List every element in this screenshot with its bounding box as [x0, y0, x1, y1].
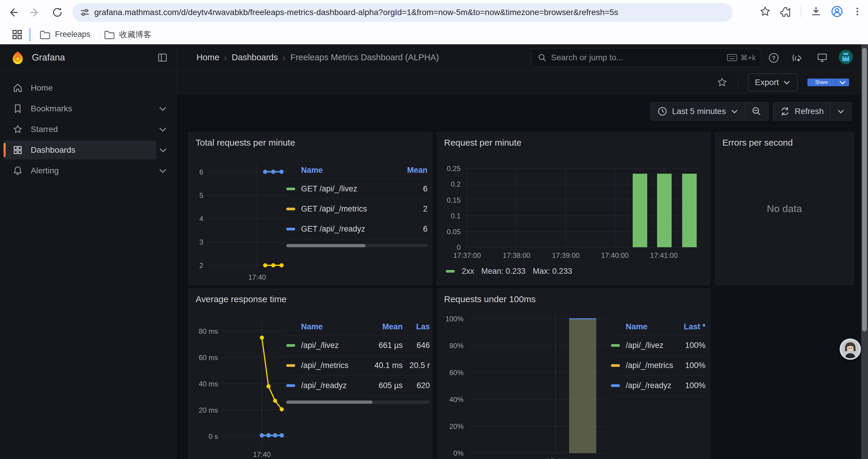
legend-row[interactable]: GET /api/_/livez6 [286, 179, 428, 199]
address-bar[interactable]: grafana.mathmast.com/d/deytv4rwavabkb/fr… [72, 3, 733, 22]
chevron-down-icon[interactable] [158, 166, 167, 175]
time-range-picker[interactable]: Last 5 minutes [651, 102, 745, 120]
monitor-icon[interactable] [816, 52, 828, 64]
sidebar-item-home[interactable]: Home [0, 78, 176, 97]
series-value: 20.5 r [403, 361, 430, 370]
panel-title[interactable]: Request per minute [444, 138, 522, 148]
sidebar-item-label: Starred [31, 125, 58, 134]
series-color-dash [286, 384, 295, 387]
extensions-puzzle-icon[interactable] [780, 6, 792, 18]
sidebar-item-starred[interactable]: Starred [0, 120, 176, 139]
column-header[interactable]: Las [403, 322, 430, 331]
legend-row[interactable]: /api/_/metrics40.1 ms20.5 r [286, 356, 430, 376]
browser-reload-button[interactable] [50, 5, 64, 20]
legend-table[interactable]: NameLast */api/_/livez100%/api/_/metrics… [611, 319, 706, 396]
legend-scrollbar[interactable] [286, 400, 430, 404]
series-name: /api/_/metrics [626, 361, 673, 370]
shortcut-label: ⌘+k [740, 54, 756, 62]
news-rss-icon[interactable] [792, 52, 803, 64]
total-requests-chart[interactable]: 6543217:40 [193, 160, 292, 282]
column-header[interactable]: Name [301, 322, 359, 331]
floating-assistant-avatar[interactable] [840, 338, 861, 360]
legend-row[interactable]: GET /api/_/metrics2 [286, 199, 428, 219]
download-icon[interactable] [810, 6, 822, 18]
help-icon[interactable]: ? [768, 52, 779, 64]
column-header[interactable]: Name [626, 322, 673, 331]
column-header[interactable]: Mean [359, 322, 403, 331]
user-avatar[interactable] [839, 50, 853, 64]
grafana-sidebar: Grafana Home Bookmarks Starred Dashboard… [0, 44, 176, 459]
chevron-down-icon[interactable] [158, 104, 167, 113]
panel-title[interactable]: Requests under 100ms [444, 294, 536, 304]
series-value: 646 [403, 341, 430, 350]
dashboard-subnav: Export Share [176, 71, 868, 94]
favorite-star-icon[interactable] [716, 77, 728, 88]
bookmark-folder-blogs[interactable]: 收藏博客 [103, 29, 151, 40]
chevron-down-icon[interactable] [159, 145, 167, 155]
legend-row[interactable]: /api/_/livez661 µs646 [286, 335, 430, 356]
sidebar-item-bookmarks[interactable]: Bookmarks [0, 99, 176, 118]
legend-row[interactable]: 2xx Mean: 0.233 Max: 0.233 [446, 267, 572, 276]
svg-text:60%: 60% [450, 369, 464, 376]
browser-menu-kebab-icon[interactable] [852, 6, 863, 17]
series-color-dash [611, 364, 620, 367]
sidebar-item-alerting[interactable]: Alerting [0, 161, 176, 180]
legend-row[interactable]: /api/_/metrics100% [611, 356, 706, 376]
column-header[interactable]: Name [301, 166, 392, 175]
browser-back-button[interactable] [6, 5, 20, 20]
legend-scrollbar[interactable] [286, 244, 428, 247]
breadcrumb-home[interactable]: Home [196, 53, 219, 62]
svg-text:6: 6 [199, 168, 203, 176]
panel-title[interactable]: Total requests per minute [195, 138, 295, 148]
search-shortcut: ⌘+k [727, 54, 756, 62]
refresh-button[interactable]: Refresh [773, 102, 830, 120]
share-menu-button[interactable] [836, 78, 849, 86]
zoom-out-button[interactable] [745, 102, 768, 120]
bookmark-star-icon[interactable] [759, 6, 771, 18]
column-header[interactable]: Mean [392, 166, 428, 175]
svg-text:0.2: 0.2 [451, 180, 461, 188]
search-input[interactable] [551, 53, 727, 62]
browser-profile-icon[interactable] [831, 5, 843, 18]
sidebar-item-label: Alerting [31, 166, 59, 175]
share-button[interactable]: Share [807, 78, 836, 86]
svg-text:0.1: 0.1 [451, 212, 461, 220]
panel-total-requests-per-minute: Total requests per minute 6543217:40 Nam… [188, 132, 432, 285]
column-header[interactable]: Last * [673, 322, 706, 331]
page-scrollbar-thumb[interactable] [862, 48, 867, 331]
legend-table[interactable]: NameMeanLas/api/_/livez661 µs646/api/_/m… [286, 319, 430, 404]
site-info-icon[interactable] [80, 7, 90, 18]
grafana-main: Home › Dashboards › Freeleaps Metrics Da… [176, 44, 868, 459]
legend-row[interactable]: GET /api/_/readyz6 [286, 219, 428, 239]
average-response-time-chart[interactable]: 80 ms60 ms40 ms20 ms0 s17:40 [193, 317, 292, 459]
series-name: /api/_/livez [626, 341, 673, 350]
series-color-dash [286, 208, 295, 210]
breadcrumb-dashboards[interactable]: Dashboards [231, 53, 278, 62]
legend-row[interactable]: /api/_/readyz100% [611, 376, 706, 396]
series-color-dash [611, 344, 620, 347]
legend-row[interactable]: /api/_/readyz605 µs620 [286, 376, 430, 396]
back-arrow-icon [7, 6, 19, 18]
refresh-label: Refresh [795, 107, 824, 116]
request-per-minute-chart[interactable]: 0.250.20.150.10.05017:37:0017:38:0017:39… [442, 160, 703, 260]
legend-row[interactable]: /api/_/livez100% [611, 335, 706, 356]
panel-title[interactable]: Average response time [195, 294, 286, 304]
refresh-interval-button[interactable] [830, 102, 851, 120]
legend-table[interactable]: NameMeanGET /api/_/livez6GET /api/_/metr… [286, 162, 428, 247]
grafana-logo[interactable] [11, 51, 25, 65]
apps-grid-icon[interactable] [11, 28, 24, 41]
browser-toolbar: grafana.mathmast.com/d/deytv4rwavabkb/fr… [0, 0, 868, 25]
browser-forward-button[interactable] [28, 5, 42, 20]
export-button[interactable]: Export [748, 73, 797, 91]
bookmark-folder-freeleaps[interactable]: Freeleaps [39, 29, 90, 40]
keyboard-icon [727, 54, 737, 62]
sidebar-collapse-icon[interactable] [157, 52, 168, 63]
svg-text:17:38:00: 17:38:00 [503, 251, 530, 259]
series-mean: Mean: 0.233 [481, 267, 526, 276]
search-box[interactable]: ⌘+k [531, 48, 761, 67]
page-scrollbar[interactable] [861, 44, 868, 459]
sidebar-item-dashboards[interactable]: Dashboards [4, 140, 156, 160]
svg-text:0 s: 0 s [209, 432, 218, 440]
requests-under-100ms-chart[interactable]: 100%80%60%40%20%0%17:40 [442, 306, 609, 459]
chevron-down-icon[interactable] [158, 125, 167, 134]
